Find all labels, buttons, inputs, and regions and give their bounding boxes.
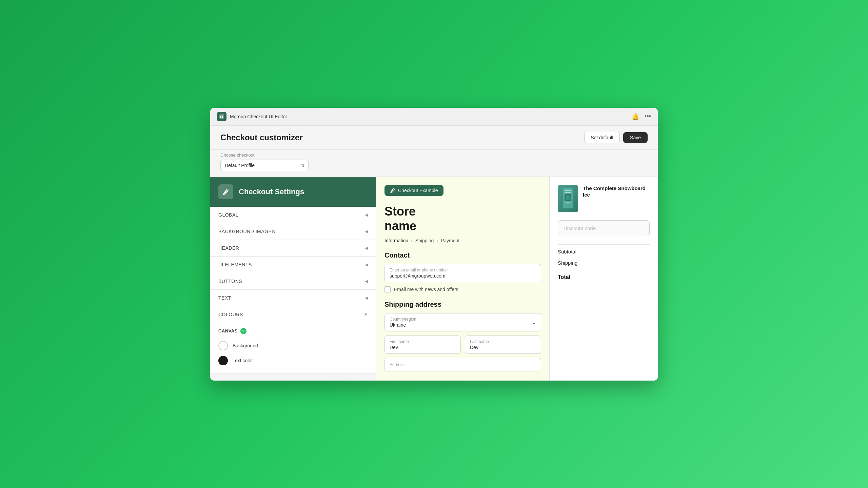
checkout-select[interactable]: Default Profile Custom Profile 1 Custom …: [220, 160, 309, 171]
checkout-preview: Checkout Example Store name Information …: [376, 177, 549, 381]
shipping-label: Shipping: [558, 260, 577, 266]
sidebar-section-colours: COLOURS ▼ CANVAS ? Background: [210, 306, 376, 374]
breadcrumb-sep1: ›: [411, 238, 413, 243]
text-color-label: Text color: [233, 358, 253, 363]
svg-point-5: [566, 195, 570, 200]
save-button[interactable]: Save: [623, 132, 648, 143]
name-row: First name Dev Last name Dev: [384, 336, 541, 354]
sidebar-header-icon: [218, 184, 233, 199]
preview-area: Checkout Example Store name Information …: [376, 177, 658, 381]
sidebar-header-title: Checkout Settings: [239, 187, 304, 196]
country-select-field[interactable]: Country/region Ukraine ⌄: [384, 313, 541, 331]
sidebar-item-global-arrow: ◀: [365, 212, 368, 217]
store-name-line2: name: [384, 219, 541, 233]
canvas-help-icon[interactable]: ?: [240, 328, 246, 334]
last-name-label: Last name: [470, 339, 536, 344]
sidebar-item-header-arrow: ◀: [365, 246, 368, 250]
first-name-value: Dev: [390, 345, 456, 350]
newsletter-checkbox-row: Email me with news and offers: [384, 286, 541, 292]
sidebar-item-ui-elements-arrow: ◀: [365, 262, 368, 267]
country-chevron-icon: ⌄: [532, 319, 536, 325]
breadcrumb-shipping: Shipping: [415, 238, 434, 243]
product-image: [558, 185, 578, 212]
breadcrumb-information: Information: [384, 238, 408, 243]
badge-label: Checkout Example: [398, 188, 438, 193]
country-value: Ukraine: [390, 322, 536, 328]
discount-placeholder: Discount code: [564, 225, 596, 231]
outer-layout: Checkout customizer Set default Save Cho…: [210, 126, 658, 381]
title-bar: Mgroup Checkout UI Editor 🔔 •••: [210, 108, 658, 126]
sidebar-item-text-label: TEXT: [218, 295, 231, 301]
breadcrumb-payment: Payment: [441, 238, 459, 243]
breadcrumb: Information › Shipping › Payment: [384, 238, 541, 243]
app-logo: [217, 112, 226, 121]
total-line: Total: [558, 271, 650, 283]
page-title: Checkout customizer: [220, 133, 303, 142]
sidebar-item-background-images-label: BACKGROUND IMAGES: [218, 229, 275, 234]
checkout-example-badge: Checkout Example: [384, 185, 541, 204]
email-placeholder: Enter an email or phone number: [390, 268, 536, 272]
bell-icon[interactable]: 🔔: [632, 113, 639, 120]
app-window: Mgroup Checkout UI Editor 🔔 ••• Checkout…: [210, 108, 658, 381]
colours-section-label: COLOURS: [218, 312, 243, 317]
breadcrumb-sep2: ›: [436, 238, 438, 243]
body-layout: Checkout Settings GLOBAL ◀ BACKGROUND IM…: [210, 177, 658, 381]
colours-section-header[interactable]: COLOURS ▼: [210, 306, 376, 323]
svg-rect-2: [565, 190, 571, 191]
subtotal-label: Subtotal: [558, 249, 576, 255]
colours-section-arrow-icon: ▼: [364, 312, 368, 317]
shipping-section-title: Shipping address: [384, 301, 541, 308]
text-color-row: Text color: [218, 353, 368, 368]
canvas-subsection: CANVAS ? Background Text color: [210, 323, 376, 373]
contact-section-title: Contact: [384, 251, 541, 259]
checkout-select-wrapper: Default Profile Custom Profile 1 Custom …: [220, 160, 309, 171]
product-info: The Complete Snowboard Ice: [583, 185, 650, 198]
set-default-button[interactable]: Set default: [584, 132, 620, 143]
sidebar-item-text[interactable]: TEXT ◀: [210, 290, 376, 306]
first-name-label: First name: [390, 339, 456, 344]
badge-pencil-icon: [390, 188, 395, 193]
divider-1: [558, 244, 650, 245]
subtotal-line: Subtotal: [558, 246, 650, 257]
text-color-swatch[interactable]: [218, 356, 228, 365]
address-field[interactable]: Address: [384, 358, 541, 371]
background-color-row: Background: [218, 338, 368, 353]
top-bar-actions: Set default Save: [584, 132, 648, 143]
email-input-field[interactable]: Enter an email or phone number support@m…: [384, 264, 541, 282]
newsletter-checkbox[interactable]: [384, 286, 391, 292]
sidebar-item-buttons-arrow: ◀: [365, 279, 368, 284]
canvas-label: CANVAS: [218, 328, 238, 333]
background-color-swatch[interactable]: [218, 341, 228, 350]
store-name-line1: Store: [384, 204, 541, 219]
sidebar-item-buttons[interactable]: BUTTONS ◀: [210, 273, 376, 290]
svg-rect-3: [565, 192, 571, 193]
sidebar-item-global[interactable]: GLOBAL ◀: [210, 207, 376, 223]
background-color-label: Background: [233, 343, 258, 348]
address-label: Address: [390, 362, 536, 367]
choose-checkout-bar: Choose checkout Default Profile Custom P…: [210, 150, 658, 177]
more-options-icon[interactable]: •••: [645, 113, 651, 120]
last-name-field[interactable]: Last name Dev: [465, 336, 541, 354]
sidebar-item-background-images[interactable]: BACKGROUND IMAGES ◀: [210, 223, 376, 240]
first-name-field[interactable]: First name Dev: [384, 336, 461, 354]
canvas-header: CANVAS ?: [218, 325, 368, 338]
sidebar-item-global-label: GLOBAL: [218, 212, 238, 218]
sidebar-item-text-arrow: ◀: [365, 296, 368, 300]
order-summary: The Complete Snowboard Ice Discount code…: [549, 177, 658, 381]
divider-2: [558, 270, 650, 270]
sidebar-item-header[interactable]: HEADER ◀: [210, 240, 376, 257]
store-name: Store name: [384, 204, 541, 233]
email-value: support@mgroupweb.com: [390, 273, 536, 279]
product-name: The Complete Snowboard Ice: [583, 185, 650, 198]
sidebar-item-background-images-arrow: ◀: [365, 229, 368, 234]
sidebar-item-ui-elements[interactable]: UI ELEMENTS ◀: [210, 257, 376, 273]
sidebar-item-header-label: HEADER: [218, 245, 239, 251]
discount-code-field[interactable]: Discount code: [558, 220, 650, 236]
shipping-line: Shipping: [558, 257, 650, 268]
last-name-value: Dev: [470, 345, 536, 350]
choose-checkout-label: Choose checkout: [220, 152, 648, 158]
sidebar-item-ui-elements-label: UI ELEMENTS: [218, 262, 252, 267]
total-label: Total: [558, 274, 570, 280]
sidebar-header: Checkout Settings: [210, 177, 376, 207]
newsletter-label: Email me with news and offers: [394, 287, 458, 292]
